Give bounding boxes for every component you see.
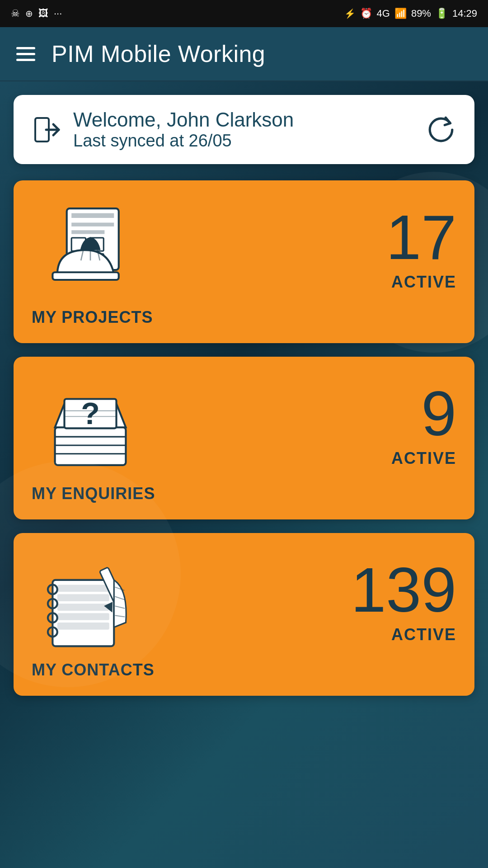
projects-card-left: MY PROJECTS: [32, 197, 153, 327]
svg-rect-24: [52, 580, 114, 646]
battery-percentage: 89%: [411, 8, 431, 19]
svg-rect-3: [71, 213, 114, 218]
projects-status: ACTIVE: [391, 273, 456, 292]
svg-rect-25: [57, 585, 109, 592]
contacts-card-label: MY CONTACTS: [32, 660, 155, 679]
contacts-count: 139: [351, 558, 456, 622]
network-indicator: 4G: [377, 8, 390, 19]
skull-icon: ☠: [11, 8, 20, 19]
svg-line-37: [115, 597, 125, 600]
refresh-button[interactable]: [426, 114, 456, 145]
enquiries-count: 9: [421, 382, 456, 445]
svg-line-38: [115, 606, 125, 608]
enquiries-card[interactable]: ? MY ENQUIRIES 9 ACTIVE: [14, 357, 474, 519]
contacts-card-left: MY CONTACTS: [32, 549, 155, 679]
contacts-status: ACTIVE: [391, 625, 456, 644]
projects-count: 17: [386, 206, 456, 269]
enquiries-card-left: ? MY ENQUIRIES: [32, 373, 155, 503]
enquiries-card-right: 9 ACTIVE: [391, 373, 456, 468]
alarm-icon: ⏰: [360, 8, 372, 19]
svg-marker-35: [104, 602, 117, 614]
battery-icon: 🔋: [436, 8, 448, 19]
more-icon: ···: [54, 8, 62, 19]
status-bar: ☠ ⊕ 🖼 ··· ⚡ ⏰ 4G 📶 89% 🔋 14:29: [0, 0, 488, 27]
amazon-icon: ⊕: [25, 8, 33, 19]
projects-card-label: MY PROJECTS: [32, 308, 153, 327]
projects-card-right: 17 ACTIVE: [386, 197, 456, 292]
svg-point-31: [48, 599, 57, 609]
enquiries-icon: ?: [32, 373, 149, 477]
contacts-icon: [32, 549, 149, 653]
contacts-card[interactable]: MY CONTACTS 139 ACTIVE: [14, 533, 474, 696]
status-left-icons: ☠ ⊕ 🖼 ···: [11, 8, 62, 19]
image-icon: 🖼: [38, 8, 48, 19]
contacts-card-right: 139 ACTIVE: [351, 549, 456, 644]
svg-rect-14: [55, 427, 126, 465]
svg-text:?: ?: [81, 396, 100, 430]
svg-rect-28: [57, 613, 109, 620]
status-right-icons: ⚡ ⏰ 4G 📶 89% 🔋 14:29: [344, 8, 477, 19]
svg-rect-4: [71, 223, 114, 226]
logout-button[interactable]: [32, 114, 62, 145]
svg-rect-29: [57, 623, 109, 630]
hard-hat-projects-icon: [32, 197, 149, 301]
enquiries-status: ACTIVE: [391, 449, 456, 468]
clock-display: 14:29: [452, 8, 477, 19]
svg-rect-34: [99, 567, 126, 610]
svg-line-39: [115, 615, 125, 617]
svg-rect-27: [57, 604, 109, 611]
welcome-greeting: Welcome, John Clarkson: [73, 108, 294, 131]
projects-card[interactable]: MY PROJECTS 17 ACTIVE: [14, 180, 474, 343]
hamburger-menu-button[interactable]: [16, 47, 35, 61]
app-header: PIM Mobile Working: [0, 27, 488, 81]
svg-line-36: [115, 587, 124, 590]
svg-rect-26: [57, 594, 109, 601]
welcome-left-section: Welcome, John Clarkson Last synced at 26…: [32, 108, 294, 151]
svg-rect-5: [71, 230, 104, 234]
svg-point-33: [48, 627, 57, 637]
main-content: Welcome, John Clarkson Last synced at 26…: [0, 81, 488, 868]
sync-info: Last synced at 26/05: [73, 131, 232, 151]
welcome-text-block: Welcome, John Clarkson Last synced at 26…: [73, 108, 294, 151]
svg-rect-10: [52, 272, 118, 280]
svg-point-32: [48, 613, 57, 623]
welcome-banner: Welcome, John Clarkson Last synced at 26…: [14, 95, 474, 164]
svg-point-30: [48, 585, 57, 594]
app-title: PIM Mobile Working: [52, 40, 265, 67]
enquiries-card-label: MY ENQUIRIES: [32, 484, 155, 503]
bluetooth-icon: ⚡: [344, 8, 356, 19]
signal-icon: 📶: [394, 8, 407, 19]
